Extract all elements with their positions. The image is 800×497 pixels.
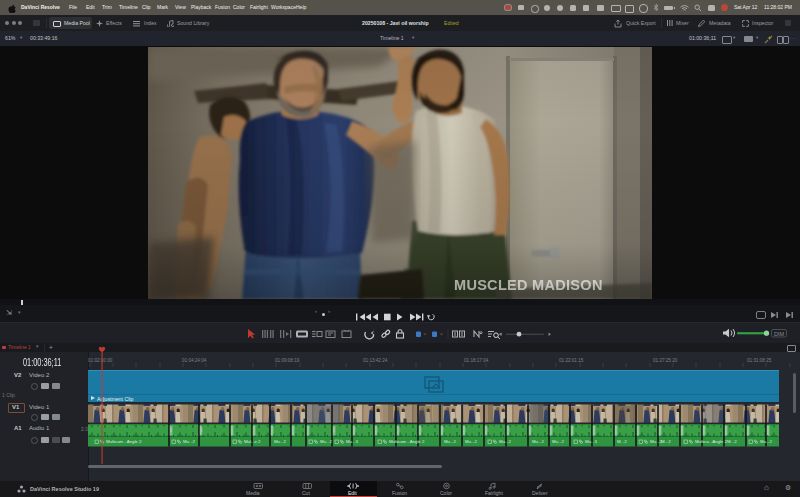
svg-text:M...2: M...2: [617, 439, 627, 444]
svg-text:Multica...Angle 2: Multica...Angle 2: [695, 439, 727, 444]
svg-text:M...2: M...2: [727, 439, 737, 444]
svg-text:Mul...e 2: Mul...e 2: [244, 439, 261, 444]
svg-text:Mu...2: Mu...2: [320, 439, 333, 444]
svg-text:Mu...3: Mu...3: [346, 439, 359, 444]
svg-text:Mu...2: Mu...2: [274, 439, 287, 444]
svg-text:Multicam - Angle 2: Multicam - Angle 2: [106, 439, 142, 444]
svg-text:01:22:01:15: 01:22:01:15: [559, 358, 584, 363]
svg-text:01:04:24:04: 01:04:24:04: [182, 358, 207, 363]
svg-text:DIM: DIM: [774, 331, 785, 337]
svg-text:Mu...2: Mu...2: [499, 439, 512, 444]
svg-text:01:13:42:24: 01:13:42:24: [363, 358, 388, 363]
svg-text:01:27:25:20: 01:27:25:20: [653, 358, 678, 363]
svg-text:M...2: M...2: [661, 439, 671, 444]
svg-text:Mu...2: Mu...2: [465, 439, 478, 444]
svg-text:Mu...3: Mu...3: [585, 439, 598, 444]
svg-text:01:09:08:19: 01:09:08:19: [275, 358, 300, 363]
svg-text:01:18:17:04: 01:18:17:04: [464, 358, 489, 363]
svg-text:Mu...2: Mu...2: [183, 439, 196, 444]
svg-text:Multicam - Angle 2: Multicam - Angle 2: [389, 439, 425, 444]
svg-text:Mu...2: Mu...2: [444, 439, 457, 444]
svg-text:Mu...2: Mu...2: [552, 439, 565, 444]
svg-text:Mu...2: Mu...2: [760, 439, 773, 444]
svg-text:01:31:08:25: 01:31:08:25: [747, 358, 772, 363]
svg-text:Mu...2: Mu...2: [532, 439, 545, 444]
svg-text:MUSCLED MADISON: MUSCLED MADISON: [454, 277, 603, 293]
